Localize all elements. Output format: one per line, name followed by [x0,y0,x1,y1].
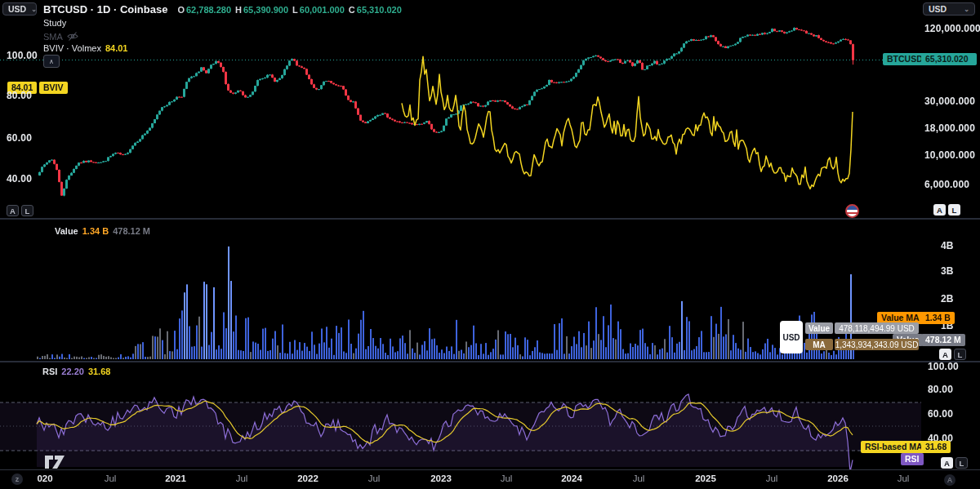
chevron-down-icon: ⌄ [31,6,37,13]
time-axis-label: Jul [898,473,910,483]
auto-scale-button-left[interactable]: A [7,205,19,216]
log-scale-button-left[interactable]: L [21,205,33,216]
rsi-ma-tag: RSI-based MA [861,441,927,453]
readout-value-amount: 478,118,494.99 USD [835,322,919,334]
symbol-title[interactable]: BTCUSD · 1D · Coinbase [43,3,167,16]
price-scale-tick: 60.00 [7,132,32,144]
time-axis-label: Jul [501,473,513,483]
readout-ma-amount: 1,343,934,343.09 USD [835,339,919,350]
value-ma-label: 1.34 B [921,312,955,324]
bviv-study-value: 84.01 [105,43,128,53]
time-axis-label: Jul [633,473,645,483]
price-scale-tick: 40.00 [7,173,32,184]
value-log-scale-button[interactable]: L [954,349,966,360]
price-scale-tick: 100.00 [7,50,38,61]
ohlc-close-value: 65,310.020 [357,5,402,15]
time-axis-label: Jul [766,473,778,483]
value-scale-tick: 3B [941,265,954,277]
ohlc-open-value: 62,788.280 [186,5,231,15]
rsi-readout: 22.20 [61,367,84,376]
ohlc-close-label: C [349,5,355,15]
time-axis-label: Jul [368,473,381,483]
value-readout: 478.12 M [113,226,150,236]
currency-selector-left[interactable]: USD ⌄ [2,2,37,16]
rsi-log-scale-button[interactable]: L [956,457,968,469]
time-axis-label: Jul [236,473,248,483]
pane-divider[interactable] [0,218,980,220]
ohlc-high-value: 65,390.900 [243,5,288,15]
auto-scale-button[interactable]: A [933,204,946,216]
rsi-ma-readout: 31.68 [88,367,111,376]
bviv-tag: BVIV [39,82,68,94]
currency-selector-left-label: USD [8,4,26,14]
price-scale-tick: 18,000.000 [924,122,975,134]
value-legend[interactable]: Value 1.34 B 478.12 M [55,226,150,236]
btcusd-tag: BTCUSD [883,53,927,65]
readout-currency-box: USD [780,321,803,353]
tradingview-logo[interactable] [43,454,66,470]
pane-divider[interactable] [0,361,980,362]
time-axis-label: 020 [37,473,52,483]
currency-selector-right[interactable]: USD ⌄ [923,2,975,16]
btcusd-price-label: 65,310.020 [921,53,977,65]
rsi-tag: RSI [901,453,924,465]
rsi-legend[interactable]: RSI 22.20 31.68 [42,367,110,376]
rsi-scale-tick: 80.00 [928,384,953,395]
time-axis[interactable]: 020Jul2021Jul2022Jul2023Jul2024Jul2025Ju… [0,470,980,489]
time-axis-label: 2023 [430,473,452,483]
sma-legend[interactable]: SMA [43,31,78,42]
rsi-auto-scale-button[interactable]: A [941,457,953,469]
value-auto-scale-button[interactable]: A [939,349,951,360]
corner-a-badge[interactable]: A [944,474,956,486]
price-scale-tick: 80.00 [7,90,32,101]
chevron-down-icon: ⌄ [964,6,969,13]
currency-selector-right-label: USD [929,4,947,14]
price-scale-tick: 120,000.000 [924,23,980,34]
bviv-study-label: BVIV · Volmex [43,43,101,53]
time-axis-label: 2024 [561,473,582,483]
time-axis-label: 2021 [165,473,186,483]
readout-ma-key: MA [805,339,833,350]
value-scale-tick: 4B [941,240,954,251]
time-axis-label: 2026 [827,473,849,483]
ohlc-low-value: 60,001.000 [300,5,345,15]
price-scale-tick: 10,000.000 [924,149,975,161]
symbol-legend[interactable]: BTCUSD · 1D · Coinbase O62,788.280 H65,3… [43,3,402,16]
study-label: Study [43,18,66,28]
time-axis-label: 2025 [695,473,716,483]
rsi-ma-label: 31.68 [921,441,951,453]
sma-label: SMA [43,32,63,42]
chevron-up-icon: ∧ [49,58,54,65]
timezone-badge[interactable]: z [11,473,23,485]
value-label: 478.12 M [921,334,965,346]
value-title: Value [55,226,78,236]
time-axis-label: Jul [105,473,117,483]
rsi-scale-tick: 100.00 [928,361,959,372]
study-legend[interactable]: Study [43,18,66,28]
chart-canvas[interactable] [0,0,980,489]
rsi-scale-tick: 60.00 [928,408,953,420]
time-axis-label: 2022 [297,473,318,483]
price-scale-tick: 6,000.000 [924,179,969,190]
ohlc-open-label: O [177,5,185,15]
rsi-title: RSI [42,367,57,376]
price-scale-tick: 30,000.000 [924,96,975,107]
value-ma-readout: 1.34 B [82,226,109,236]
collapse-legend-button[interactable]: ∧ [43,55,60,68]
ohlc-low-label: L [292,5,298,15]
flag-icon [845,204,859,218]
readout-value-key: Value [805,322,833,334]
tradingview-chart-window: USD ⌄ USD ⌄ BTCUSD · 1D · Coinbase O62,7… [0,0,980,489]
ohlc-high-label: H [235,5,242,15]
log-scale-button[interactable]: L [948,204,960,216]
bviv-legend[interactable]: BVIV · Volmex 84.01 [43,43,127,53]
eye-off-icon[interactable] [67,31,78,42]
value-scale-tick: 2B [941,293,954,305]
